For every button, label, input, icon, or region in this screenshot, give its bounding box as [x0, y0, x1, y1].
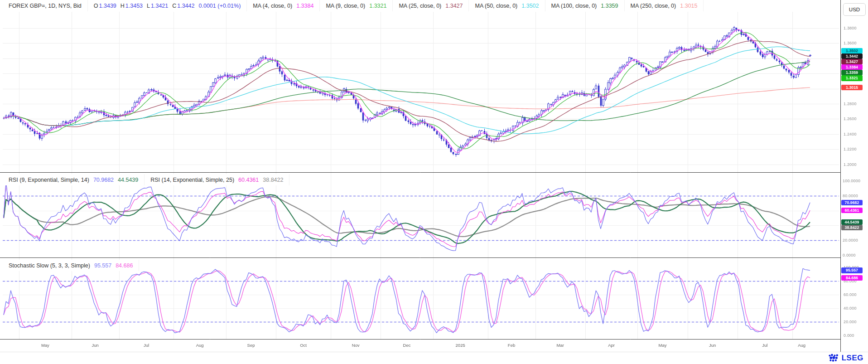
lseg-lion-icon [828, 354, 839, 363]
low-label: L [147, 3, 150, 9]
legend-ma-4[interactable]: MA (4, close, 0) 1.3384 [247, 0, 320, 11]
ma-25-value: 1.3427 [445, 3, 463, 9]
rsi-axis-tick: 100.0000 [843, 179, 860, 183]
instrument-title-cell[interactable]: FOREX GBP=, 1D, NYS, Bid [3, 0, 88, 11]
price-axis-badge: 1.3502 [841, 48, 863, 54]
stoch-axis-tick: 60.000 [844, 292, 857, 297]
change-value: 0.0001 (+0.01%) [199, 3, 241, 9]
time-axis-label: Nov [352, 343, 360, 348]
rsi-axis-badge: 60.4361 [841, 208, 863, 214]
price-axis-badge: 1.3427 [841, 59, 863, 65]
stoch-axis-badge: 95.557 [841, 267, 863, 273]
ma-25-label: MA (25, close, 0) [399, 3, 441, 9]
time-axis-label: May [41, 343, 49, 348]
price-axis-tick: 1.3600 [844, 41, 857, 45]
rsi-14-label: RSI (14, Exponential, Simple, 25) [150, 177, 234, 183]
rsi-axis-badge: 38.8422 [841, 225, 863, 231]
time-axis-label: Feb [508, 343, 515, 348]
price-axis-badge: 1.3321 [841, 75, 863, 81]
stoch-axis-tick: 20.000 [844, 320, 857, 324]
ma-9-value: 1.3321 [369, 3, 386, 9]
price-axis-badge: 1.3015 [841, 85, 863, 91]
open-value: 1.3439 [99, 3, 116, 9]
price-axis-badge: 1.3442 [841, 53, 863, 59]
time-axis-label: Mar [556, 343, 564, 348]
instrument-title: FOREX GBP=, 1D, NYS, Bid [9, 3, 82, 9]
ohlc-readout[interactable]: O1.3439 H1.3453 L1.3421 C1.3442 0.0001 (… [88, 0, 247, 11]
stoch-axis-badge: 84.686 [841, 275, 863, 281]
legend-ma-100[interactable]: MA (100, close, 0) 1.3359 [545, 0, 625, 11]
ma-100-value: 1.3359 [601, 3, 618, 9]
close-label: C [172, 3, 176, 9]
price-axis-tick: 1.2600 [844, 116, 857, 121]
legend-ma-9[interactable]: MA (9, close, 0) 1.3321 [320, 0, 393, 11]
legend-rsi-14[interactable]: RSI (14, Exponential, Simple, 25) 60.436… [145, 174, 289, 185]
currency-axis-button[interactable]: USD [843, 3, 866, 16]
time-axis-label: Oct [300, 343, 307, 348]
legend-ma-250[interactable]: MA (250, close, 0) 1.3015 [625, 0, 704, 11]
ma-100-label: MA (100, close, 0) [551, 3, 597, 9]
rsi-9-fast-value: 70.9682 [93, 177, 114, 183]
ma-250-label: MA (250, close, 0) [631, 3, 676, 9]
stoch-axis-tick: 40.000 [844, 306, 857, 311]
price-axis-badge: 1.3359 [841, 70, 863, 76]
price-axis-tick: 1.2800 [844, 102, 857, 106]
stochastic-k-value: 95.557 [94, 262, 111, 269]
time-axis-label: Dec [403, 343, 411, 348]
lseg-logo-text: LSEG [842, 354, 863, 363]
price-axis-badge: 1.3384 [841, 64, 863, 70]
time-axis-label: Sep [247, 343, 255, 348]
legend-rsi-9[interactable]: RSI (9, Exponential, Simple, 14) 70.9682… [3, 174, 145, 185]
legend-stochastic[interactable]: Stochastic Slow (5, 3, 3, Simple) 95.557… [3, 260, 139, 271]
rsi-14-fast-value: 60.4361 [238, 177, 259, 183]
time-axis-label: Jul [762, 343, 767, 348]
time-axis-label: Jun [92, 343, 98, 348]
low-value: 1.3421 [151, 3, 168, 9]
time-axis-label: Jul [144, 343, 149, 348]
high-value: 1.3453 [125, 3, 143, 9]
high-label: H [121, 3, 125, 9]
stochastic-d-value: 84.686 [116, 262, 133, 269]
price-axis-tick: 1.2000 [844, 162, 857, 167]
fx-chart-window: 1.38001.36001.28001.26001.24001.22001.20… [0, 0, 868, 364]
ma-250-value: 1.3015 [680, 3, 697, 9]
ma-4-label: MA (4, close, 0) [253, 3, 292, 9]
lseg-logo: LSEG [828, 354, 863, 363]
time-axis-label: Aug [798, 343, 805, 348]
close-value: 1.3442 [177, 3, 194, 9]
legend-ma-25[interactable]: MA (25, close, 0) 1.3427 [393, 0, 469, 11]
open-label: O [94, 3, 98, 9]
rsi-axis-badge: 44.5439 [841, 219, 863, 225]
rsi-legend: RSI (9, Exponential, Simple, 14) 70.9682… [3, 174, 289, 185]
rsi-axis-tick: 80.0000 [843, 194, 858, 198]
stoch-axis-tick: 0.000 [844, 333, 854, 338]
time-axis-label: Jun [709, 343, 716, 348]
time-axis-label: Apr [608, 343, 615, 348]
ma-50-label: MA (50, close, 0) [475, 3, 517, 9]
legend-ma-50[interactable]: MA (50, close, 0) 1.3502 [469, 0, 545, 11]
price-axis-tick: 1.2200 [844, 147, 857, 151]
rsi-9-slow-value: 44.5439 [118, 177, 138, 183]
time-axis-label: Aug [196, 343, 204, 348]
rsi-14-slow-value: 38.8422 [263, 177, 283, 183]
time-axis-label: May [658, 343, 666, 348]
price-axis-tick: 1.2400 [844, 132, 857, 136]
stochastic-label: Stochastic Slow (5, 3, 3, Simple) [9, 262, 90, 269]
rsi-axis-tick: 0.0000 [843, 253, 856, 257]
ma-50-value: 1.3502 [521, 3, 539, 9]
stochastic-legend: Stochastic Slow (5, 3, 3, Simple) 95.557… [3, 260, 139, 271]
rsi-9-label: RSI (9, Exponential, Simple, 14) [9, 177, 89, 183]
rsi-axis-badge: 70.9682 [841, 200, 863, 206]
rsi-axis-tick: 20.0000 [843, 238, 858, 243]
time-axis-label: 2025 [456, 343, 465, 348]
ma-9-label: MA (9, close, 0) [326, 3, 365, 9]
price-axis-tick: 1.3800 [844, 26, 857, 30]
ma-4-value: 1.3384 [296, 3, 313, 9]
main-legend: FOREX GBP=, 1D, NYS, Bid O1.3439 H1.3453… [3, 0, 704, 11]
